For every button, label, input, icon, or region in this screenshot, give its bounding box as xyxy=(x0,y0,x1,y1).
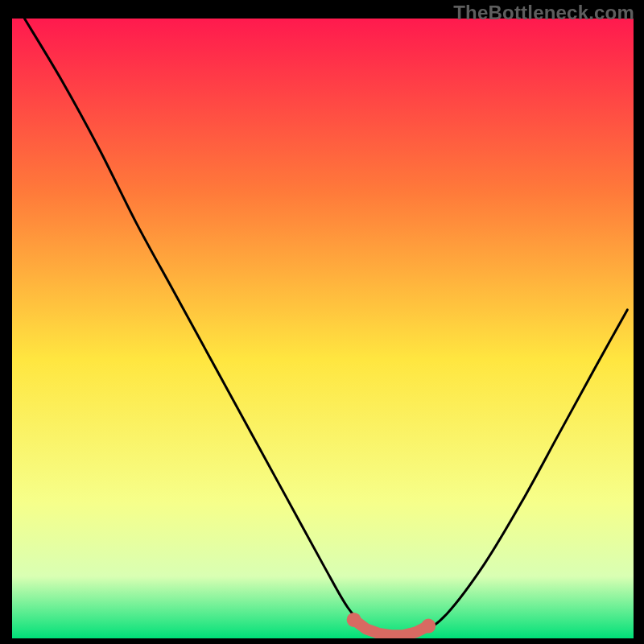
watermark: TheBottleneck.com xyxy=(453,2,634,24)
optimal-start-dot xyxy=(347,613,361,627)
chart-svg xyxy=(12,19,634,638)
gradient-background xyxy=(12,19,634,638)
plot-area xyxy=(11,18,633,638)
optimal-end-dot xyxy=(421,619,436,634)
